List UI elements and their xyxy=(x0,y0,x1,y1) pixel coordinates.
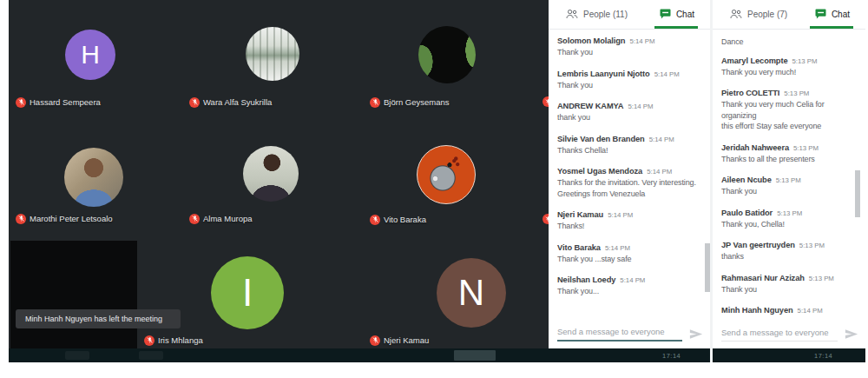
chat-panel-2: People (7) Chat Dance Amaryl Lecompte 5:… xyxy=(713,0,865,348)
avatar xyxy=(246,27,299,81)
panel-header: People (11) Chat xyxy=(549,0,710,30)
participant-label: Wara Alfa Syukrilla xyxy=(189,96,272,108)
mic-muted-icon xyxy=(370,215,380,225)
message-time: 5:14 PM xyxy=(620,276,645,284)
chat-message: Yosmel Ugas Mendoza 5:14 PM Thanks for t… xyxy=(557,167,703,199)
mic-muted-icon xyxy=(370,97,380,108)
chat-message: Jeridah Nahweera 5:13 PM Thanks to all t… xyxy=(721,143,858,165)
chat-message: Minh Hanh Nguyen 5:14 PM xyxy=(721,306,858,315)
message-header: JP Van geertruyden 5:13 PM xyxy=(721,241,858,249)
message-author: Njeri Kamau xyxy=(557,210,603,219)
message-author: Silvie Van den Branden xyxy=(557,135,645,143)
chat-icon xyxy=(660,7,671,23)
video-grid: H Hassard Sempeera Wara Alfa Syukrilla B… xyxy=(9,0,549,348)
avatar: I xyxy=(211,256,284,329)
tab-people[interactable]: People (11) xyxy=(566,7,628,23)
message-author: ANDREW KAMYA xyxy=(557,102,623,110)
participant-label: Hassard Sempeera xyxy=(16,96,101,108)
message-author: Amaryl Lecompte xyxy=(721,56,788,65)
message-author: Rahmasari Nur Azizah xyxy=(721,274,805,282)
message-input[interactable] xyxy=(557,327,682,342)
meeting-control[interactable] xyxy=(454,350,496,361)
participant-name: Vito Baraka xyxy=(384,215,426,224)
message-time: 5:14 PM xyxy=(629,37,654,45)
chat-message: Aileen Ncube 5:13 PM Thank you xyxy=(721,176,858,197)
scrollbar-thumb[interactable] xyxy=(855,170,860,217)
mic-muted-icon xyxy=(16,214,26,224)
message-author: Aileen Ncube xyxy=(721,176,772,184)
message-text: Thank you ...stay safe xyxy=(557,254,703,265)
message-text: Dance xyxy=(721,36,858,48)
chat-message: Paulo Batidor 5:13 PM Thank you, Chella! xyxy=(721,209,858,230)
participant-label: Njeri Kamau xyxy=(370,335,429,346)
message-header: ANDREW KAMYA 5:14 PM xyxy=(557,102,703,110)
people-tab-label: People (11) xyxy=(583,10,628,19)
message-header: Rahmasari Nur Azizah 5:13 PM xyxy=(721,274,858,282)
avatar xyxy=(418,26,476,83)
chat-message: Amaryl Lecompte 5:13 PM Thank you very m… xyxy=(721,56,858,78)
participant-name: Wara Alfa Syukrilla xyxy=(203,97,272,107)
avatar xyxy=(243,146,299,202)
participant-label: Björn Geysemans xyxy=(370,96,450,108)
message-time: 5:13 PM xyxy=(776,176,801,184)
participant-label: Iris Mhlanga xyxy=(144,335,203,346)
message-author: Neilshan Loedy xyxy=(557,275,615,284)
message-text: Thanks to all the presenters xyxy=(721,154,858,165)
participant-name: Björn Geysemans xyxy=(384,97,450,107)
message-author: Jeridah Nahweera xyxy=(721,143,789,152)
scrollbar-thumb[interactable] xyxy=(705,243,710,292)
message-time: 5:14 PM xyxy=(628,103,653,110)
camera-dark-video-tile xyxy=(10,241,137,348)
message-author: Minh Hanh Nguyen xyxy=(721,306,793,315)
message-header: Amaryl Lecompte 5:13 PM xyxy=(721,56,858,65)
tab-chat[interactable]: Chat xyxy=(660,7,694,23)
tab-people[interactable]: People (7) xyxy=(730,7,787,23)
message-author: Vito Baraka xyxy=(557,243,601,252)
avatar xyxy=(64,148,123,207)
message-input-row xyxy=(557,319,705,343)
message-author: JP Van geertruyden xyxy=(721,241,795,249)
message-header: Yosmel Ugas Mendoza 5:14 PM xyxy=(557,167,703,176)
message-header: Lembris Laanyuni Njotto 5:14 PM xyxy=(557,70,703,78)
mic-muted-icon xyxy=(542,96,549,107)
message-text: Thank you... xyxy=(557,286,703,297)
message-list[interactable]: Solomon Molalign 5:14 PM Thank you Lembr… xyxy=(549,30,710,317)
message-time: 5:14 PM xyxy=(647,168,672,176)
chat-message: Neilshan Loedy 5:14 PM Thank you... xyxy=(557,275,703,297)
mic-muted-icon xyxy=(189,214,200,224)
chat-message: Vito Baraka 5:14 PM Thank you ...stay sa… xyxy=(557,243,703,265)
avatar xyxy=(417,145,476,204)
send-button[interactable] xyxy=(845,328,858,340)
chat-tab-label: Chat xyxy=(676,10,694,19)
message-text: Thank you xyxy=(557,47,703,58)
send-button[interactable] xyxy=(689,328,703,340)
meeting-control[interactable] xyxy=(65,351,89,360)
message-author: Yosmel Ugas Mendoza xyxy=(557,167,642,176)
message-time: 5:14 PM xyxy=(608,211,633,219)
message-time: 5:13 PM xyxy=(793,144,819,152)
message-header: Pietro COLETTI 5:13 PM xyxy=(721,89,858,97)
meeting-app-window: H Hassard Sempeera Wara Alfa Syukrilla B… xyxy=(0,0,868,378)
people-icon xyxy=(730,7,742,23)
message-input[interactable] xyxy=(721,328,838,342)
active-tab-indicator xyxy=(810,26,853,29)
message-list[interactable]: Dance Amaryl Lecompte 5:13 PM Thank you … xyxy=(713,30,865,317)
chat-message: Njeri Kamau 5:14 PM Thanks! xyxy=(557,210,703,232)
participant-name: Marothi Peter Letsoalo xyxy=(30,214,113,223)
people-tab-label: People (7) xyxy=(747,10,787,19)
message-input-row xyxy=(721,319,860,343)
message-text: Thanks for the invitation. Very interest… xyxy=(557,177,703,199)
participant-name: Hassard Sempeera xyxy=(30,97,101,107)
participant-label: Vito Baraka xyxy=(370,214,426,225)
chat-message: Lembris Laanyuni Njotto 5:14 PM Thank yo… xyxy=(557,70,703,91)
message-text: Thank you xyxy=(557,80,703,91)
participant-name: Iris Mhlanga xyxy=(158,335,203,345)
clock: 17:14 xyxy=(662,352,681,360)
message-text: Thank you very much Celia for organizing… xyxy=(721,99,858,132)
meeting-control[interactable] xyxy=(139,351,163,360)
message-text: Thank you, Chella! xyxy=(721,219,858,230)
mic-muted-icon xyxy=(16,97,26,108)
message-author: Solomon Molalign xyxy=(557,36,625,45)
tab-chat[interactable]: Chat xyxy=(815,7,850,23)
message-text: Thank you xyxy=(721,186,858,197)
